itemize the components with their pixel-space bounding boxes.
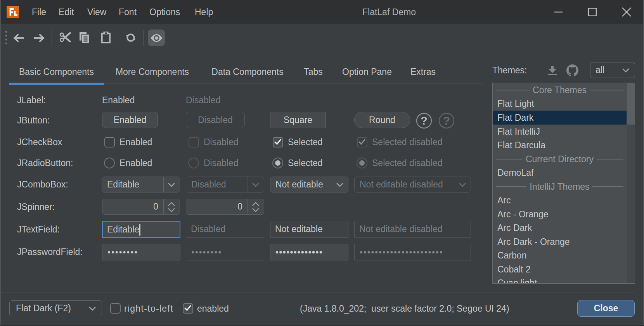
svg-text:?: ? (421, 114, 428, 127)
svg-text:?: ? (443, 114, 450, 127)
